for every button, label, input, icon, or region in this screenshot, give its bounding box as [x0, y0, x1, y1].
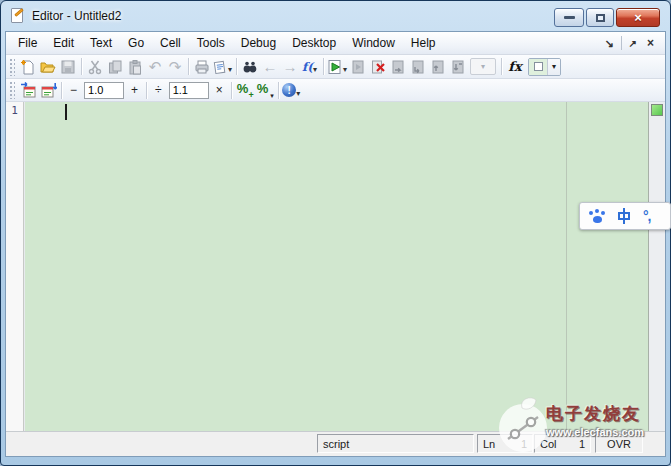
copy-button[interactable] [105, 57, 125, 77]
step-out-icon [430, 59, 446, 75]
line-number: 1 [11, 104, 18, 117]
undock-icon[interactable]: ↗ [624, 38, 642, 49]
file-type-label: script [323, 438, 349, 450]
toolbar-grip[interactable] [9, 81, 15, 99]
column-label: Col [540, 438, 557, 450]
print-button[interactable] [192, 57, 212, 77]
text-caret [65, 104, 67, 120]
line-position-box: Ln 1 [477, 434, 533, 453]
paste-button[interactable] [125, 57, 145, 77]
highlight-dropdown-button[interactable]: ▾ [547, 59, 560, 75]
minimize-button[interactable] [554, 8, 584, 27]
status-bar: script Ln 1 Col 1 OVR [6, 431, 665, 456]
go-forward-button[interactable]: → [280, 57, 300, 77]
menu-go[interactable]: Go [120, 33, 152, 53]
column-position-box: Col 1 [534, 434, 591, 453]
publish-button[interactable]: ▾ [212, 57, 233, 77]
run-icon [327, 59, 343, 75]
close-icon: × [634, 10, 642, 25]
divide-button[interactable]: ÷ [150, 81, 167, 99]
ime-paw-icon[interactable] [589, 209, 606, 224]
save-button[interactable] [58, 57, 78, 77]
menu-file[interactable]: File [10, 33, 45, 53]
close-document-icon[interactable]: × [642, 36, 659, 50]
evaluate-cell-button[interactable] [18, 80, 38, 100]
step-icon [390, 59, 406, 75]
menu-window[interactable]: Window [344, 33, 403, 53]
evaluate-cell-advance-icon [40, 82, 57, 99]
continue-icon [450, 59, 466, 75]
save-and-run-button[interactable] [348, 57, 368, 77]
new-script-button[interactable] [18, 57, 38, 77]
binoculars-icon [242, 59, 258, 75]
highlight-swatch [529, 59, 547, 75]
redo-icon: ↷ [169, 59, 182, 74]
overwrite-mode-box[interactable]: OVR [595, 434, 643, 453]
client-area: File Edit Text Go Cell Tools Debug Deskt… [5, 31, 666, 457]
multiply-button[interactable]: × [211, 81, 228, 99]
go-back-button[interactable]: ← [260, 57, 280, 77]
restore-button[interactable] [586, 8, 614, 27]
highlight-color-dropdown[interactable]: ▾ [528, 58, 561, 76]
back-arrow-icon: ← [263, 59, 278, 74]
paste-icon [127, 59, 143, 75]
title-bar[interactable]: Editor - Untitled2 × [1, 1, 670, 31]
insert-cell-menu-button[interactable]: % ▾ [255, 80, 275, 100]
step-out-button[interactable] [428, 57, 448, 77]
menu-divider [621, 36, 622, 50]
message-bar [649, 102, 665, 431]
insert-cell-divider-button[interactable]: % + [235, 80, 255, 100]
insert-cell-menu-icon: % ▾ [256, 81, 274, 99]
open-file-button[interactable] [38, 57, 58, 77]
function-hints-icon: f( [302, 60, 313, 74]
function-browser-button[interactable]: fx [505, 57, 525, 77]
editor-window: Editor - Untitled2 × File Edit Text Go C… [0, 0, 671, 466]
toolbar-separator [188, 58, 189, 75]
menu-edit[interactable]: Edit [45, 33, 82, 53]
step-in-button[interactable] [408, 57, 428, 77]
code-area[interactable] [25, 102, 649, 431]
continue-button[interactable] [448, 57, 468, 77]
step-in-icon [410, 59, 426, 75]
publish-icon [212, 59, 228, 75]
function-hints-button[interactable]: f( ▾ [300, 57, 320, 77]
increment-button[interactable]: + [126, 81, 143, 99]
redo-button[interactable]: ↷ [165, 57, 185, 77]
close-button[interactable]: × [616, 8, 660, 27]
cell-info-button[interactable]: ! ▾ [282, 80, 302, 100]
menu-bar: File Edit Text Go Cell Tools Debug Deskt… [6, 32, 665, 55]
menu-tools[interactable]: Tools [189, 33, 233, 53]
function-browser-icon: fx [508, 59, 521, 74]
cell-value-right-input[interactable] [169, 82, 209, 99]
mlint-indicator[interactable] [651, 104, 663, 116]
toolbar-grip[interactable] [9, 58, 15, 76]
overwrite-label: OVR [607, 438, 631, 450]
menu-desktop[interactable]: Desktop [284, 33, 344, 53]
menu-text[interactable]: Text [82, 33, 120, 53]
line-number-gutter: 1 [6, 102, 24, 431]
chinese-mode-icon[interactable] [617, 208, 632, 224]
cut-button[interactable] [85, 57, 105, 77]
run-button[interactable]: ▾ [327, 57, 348, 77]
step-button[interactable] [388, 57, 408, 77]
cell-value-left-input[interactable] [84, 82, 124, 99]
evaluate-cell-advance-button[interactable] [38, 80, 58, 100]
clear-breakpoints-icon [370, 59, 386, 75]
menu-debug[interactable]: Debug [233, 33, 284, 53]
ime-status-bar[interactable]: °, [579, 202, 671, 230]
find-replace-button[interactable] [240, 57, 260, 77]
toolbar-separator [236, 58, 237, 75]
menu-help[interactable]: Help [403, 33, 444, 53]
punctuation-mode-icon[interactable]: °, [643, 208, 651, 224]
minimize-icon [564, 16, 575, 19]
function-hints-dropdown-icon: ▾ [313, 65, 317, 74]
decrement-button[interactable]: − [65, 81, 82, 99]
toolbar-separator [61, 82, 62, 99]
clear-breakpoints-button[interactable] [368, 57, 388, 77]
stack-dropdown-icon: ▾ [481, 62, 485, 71]
highlight-dropdown-icon: ▾ [552, 62, 556, 71]
undo-button[interactable]: ↶ [145, 57, 165, 77]
forward-arrow-icon: → [283, 59, 298, 74]
dock-icon[interactable]: ↘ [599, 37, 618, 50]
menu-cell[interactable]: Cell [152, 33, 189, 53]
